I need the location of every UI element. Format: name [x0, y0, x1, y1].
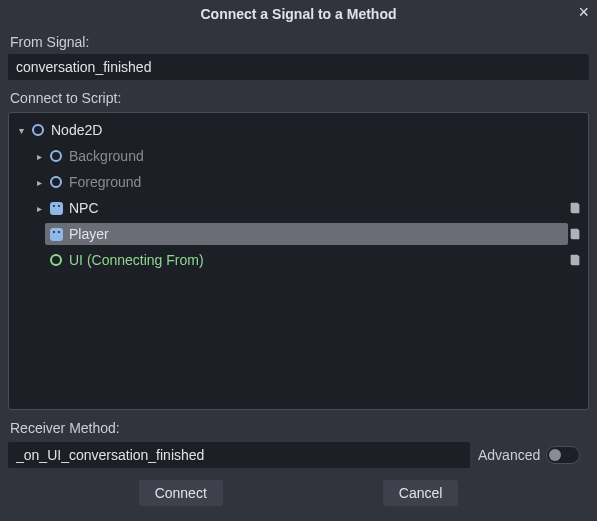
- close-icon[interactable]: ×: [578, 3, 589, 21]
- node-tree[interactable]: ▾Node2D▸Background▸Foreground▸NPCPlayerU…: [8, 112, 589, 410]
- advanced-toggle[interactable]: [546, 446, 580, 464]
- connect-to-script-label: Connect to Script:: [0, 84, 597, 110]
- script-icon[interactable]: [568, 201, 582, 215]
- receiver-method-label: Receiver Method:: [0, 414, 597, 440]
- tree-node[interactable]: ▾Node2D: [9, 117, 588, 143]
- script-icon[interactable]: [568, 253, 582, 267]
- script-icon[interactable]: [568, 227, 582, 241]
- tree-node[interactable]: Player: [9, 221, 588, 247]
- sprite-icon: [49, 227, 63, 241]
- tree-node[interactable]: ▸Background: [9, 143, 588, 169]
- node-label: Node2D: [51, 122, 102, 138]
- tree-node[interactable]: UI (Connecting From): [9, 247, 588, 273]
- sprite-icon: [49, 201, 63, 215]
- node-label: UI (Connecting From): [69, 252, 204, 268]
- cancel-button[interactable]: Cancel: [383, 480, 459, 506]
- connect-button[interactable]: Connect: [139, 480, 223, 506]
- advanced-label: Advanced: [478, 447, 540, 463]
- signal-name-field: [8, 54, 589, 80]
- node-label: NPC: [69, 200, 99, 216]
- node2d-icon: [49, 149, 63, 163]
- node2d-icon: [31, 123, 45, 137]
- chevron-right-icon[interactable]: ▸: [33, 203, 45, 214]
- from-signal-label: From Signal:: [0, 28, 597, 54]
- dialog-titlebar: Connect a Signal to a Method ×: [0, 0, 597, 28]
- node-label: Foreground: [69, 174, 141, 190]
- tree-node[interactable]: ▸Foreground: [9, 169, 588, 195]
- chevron-right-icon[interactable]: ▸: [33, 151, 45, 162]
- node-label: Background: [69, 148, 144, 164]
- chevron-down-icon[interactable]: ▾: [15, 125, 27, 136]
- control-node-icon: [49, 253, 63, 267]
- receiver-method-field[interactable]: [8, 442, 470, 468]
- dialog-title: Connect a Signal to a Method: [200, 6, 396, 22]
- node2d-icon: [49, 175, 63, 189]
- tree-node[interactable]: ▸NPC: [9, 195, 588, 221]
- node-label: Player: [69, 226, 109, 242]
- chevron-right-icon[interactable]: ▸: [33, 177, 45, 188]
- toggle-knob: [549, 449, 561, 461]
